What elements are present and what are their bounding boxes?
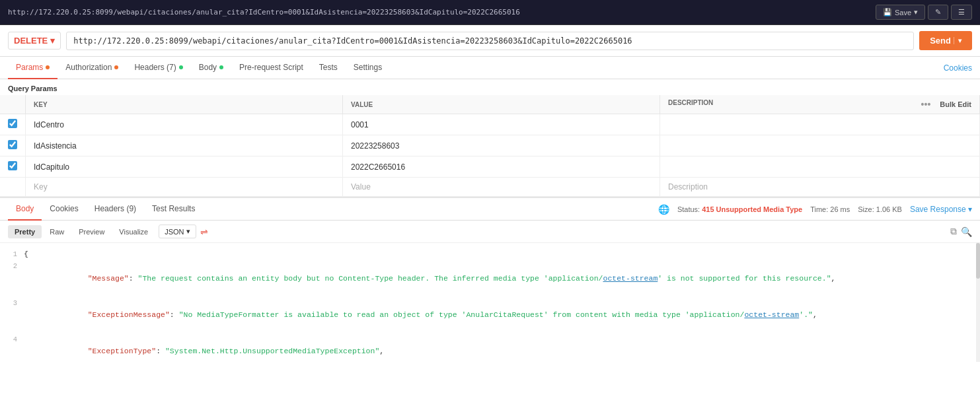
- row1-checkbox-cell: [0, 114, 26, 135]
- row1-value[interactable]: 0001: [343, 114, 660, 135]
- auth-dot: [114, 65, 118, 69]
- search-icon[interactable]: 🔍: [961, 226, 972, 237]
- url-input[interactable]: [66, 32, 914, 50]
- format-row: Pretty Raw Preview Visualize JSON ▾ ⇌ ⧉ …: [0, 221, 980, 243]
- table-row-empty: Key Value Description: [0, 178, 980, 197]
- code-line-4: 4 "ExceptionType": "System.Net.Http.Unsu…: [0, 333, 980, 362]
- top-bar: http://172.220.0.25:8099/webapi/citacion…: [0, 0, 980, 25]
- params-table: KEY VALUE DESCRIPTION ••• Bulk Edit IdCe…: [0, 95, 980, 197]
- request-bar: DELETE ▾ Send ▾: [0, 25, 980, 57]
- row3-value[interactable]: 2022C2665016: [343, 157, 660, 178]
- globe-icon: 🌐: [658, 204, 669, 215]
- resp-size: Size: 1.06 KB: [858, 205, 902, 213]
- edit-button[interactable]: ✎: [928, 5, 948, 20]
- empty-value[interactable]: Value: [343, 178, 660, 197]
- tab-headers[interactable]: Headers (7): [126, 57, 190, 79]
- json-chevron-icon: ▾: [186, 227, 190, 236]
- save-chevron-icon: ▾: [914, 8, 918, 17]
- send-chevron-icon: ▾: [954, 37, 961, 44]
- table-row: IdCapitulo 2022C2665016: [0, 157, 980, 178]
- table-row: IdAsistencia 20223258603: [0, 135, 980, 157]
- empty-key[interactable]: Key: [26, 178, 343, 197]
- tab-params[interactable]: Params: [8, 57, 57, 79]
- response-section: Body Cookies Headers (9) Test Results 🌐 …: [0, 197, 980, 362]
- query-params-label: Query Params: [0, 79, 980, 95]
- row2-desc[interactable]: [660, 135, 980, 157]
- headers-dot: [179, 65, 183, 69]
- row3-checkbox[interactable]: [8, 161, 17, 170]
- resp-tab-body[interactable]: Body: [8, 198, 42, 221]
- row1-checkbox[interactable]: [8, 119, 17, 128]
- th-description: DESCRIPTION ••• Bulk Edit: [660, 95, 980, 114]
- row3-key[interactable]: IdCapitulo: [26, 157, 343, 178]
- fmt-visualize[interactable]: Visualize: [112, 225, 155, 238]
- tab-authorization[interactable]: Authorization: [57, 57, 126, 79]
- row3-desc[interactable]: [660, 157, 980, 178]
- tab-tests[interactable]: Tests: [311, 57, 346, 79]
- docs-icon: ☰: [958, 8, 965, 17]
- resp-time: Time: 26 ms: [810, 205, 850, 213]
- code-scrollbar-area: 1 { 2 "Message": "The request contains a…: [0, 243, 980, 362]
- th-value: VALUE: [343, 95, 660, 114]
- status-badge: Status: 415 Unsupported Media Type: [677, 205, 802, 213]
- resp-tab-cookies[interactable]: Cookies: [42, 198, 86, 221]
- th-key: KEY: [26, 95, 343, 114]
- scrollbar-thumb: [976, 243, 980, 279]
- docs-button[interactable]: ☰: [951, 5, 972, 20]
- link-octet-stream-1[interactable]: octet-stream: [603, 274, 658, 283]
- fmt-pretty[interactable]: Pretty: [8, 225, 42, 238]
- json-format-select[interactable]: JSON ▾: [159, 225, 196, 238]
- row2-value[interactable]: 20223258603: [343, 135, 660, 157]
- resp-tab-testresults[interactable]: Test Results: [144, 198, 203, 221]
- code-line-1: 1 {: [0, 248, 980, 260]
- fmt-raw[interactable]: Raw: [43, 225, 71, 238]
- save-icon: 💾: [883, 8, 892, 17]
- th-checkbox: [0, 95, 26, 114]
- vertical-scrollbar[interactable]: [976, 243, 980, 362]
- code-line-3: 3 "ExceptionMessage": "No MediaTypeForma…: [0, 297, 980, 333]
- top-actions: 💾 Save ▾ ✎ ☰: [876, 5, 972, 20]
- request-tabs-row: Params Authorization Headers (7) Body Pr…: [0, 57, 980, 79]
- bulk-edit-button[interactable]: Bulk Edit: [940, 100, 971, 108]
- row2-key[interactable]: IdAsistencia: [26, 135, 343, 157]
- tab-prerequest[interactable]: Pre-request Script: [231, 57, 311, 79]
- row1-key[interactable]: IdCentro: [26, 114, 343, 135]
- copy-icon[interactable]: ⧉: [950, 226, 957, 237]
- filter-icon[interactable]: ⇌: [200, 226, 208, 237]
- save-button[interactable]: 💾 Save ▾: [876, 5, 925, 20]
- link-octet-stream-2[interactable]: octet-stream: [744, 310, 799, 319]
- resp-tab-headers[interactable]: Headers (9): [87, 198, 144, 221]
- cookies-link[interactable]: Cookies: [944, 63, 972, 73]
- send-button[interactable]: Send ▾: [919, 31, 972, 50]
- resp-status-row: 🌐 Status: 415 Unsupported Media Type Tim…: [658, 204, 972, 215]
- top-url: http://172.220.0.25:8099/webapi/citacion…: [8, 8, 876, 17]
- save-response-button[interactable]: Save Response ▾: [910, 205, 972, 214]
- body-dot: [219, 65, 223, 69]
- edit-icon: ✎: [935, 8, 941, 17]
- tab-body[interactable]: Body: [191, 57, 231, 79]
- code-line-2: 2 "Message": "The request contains an en…: [0, 260, 980, 296]
- code-area: 1 { 2 "Message": "The request contains a…: [0, 243, 980, 362]
- response-tabs-row: Body Cookies Headers (9) Test Results 🌐 …: [0, 198, 980, 221]
- method-select[interactable]: DELETE ▾: [8, 32, 61, 50]
- empty-desc[interactable]: Description: [660, 178, 980, 197]
- more-icon[interactable]: •••: [921, 99, 931, 110]
- method-chevron-icon: ▾: [50, 36, 55, 46]
- row1-desc[interactable]: [660, 114, 980, 135]
- table-row: IdCentro 0001: [0, 114, 980, 135]
- tab-settings[interactable]: Settings: [346, 57, 390, 79]
- fmt-preview[interactable]: Preview: [72, 225, 111, 238]
- method-label: DELETE: [14, 36, 48, 46]
- row2-checkbox[interactable]: [8, 140, 17, 149]
- params-dot: [46, 65, 50, 69]
